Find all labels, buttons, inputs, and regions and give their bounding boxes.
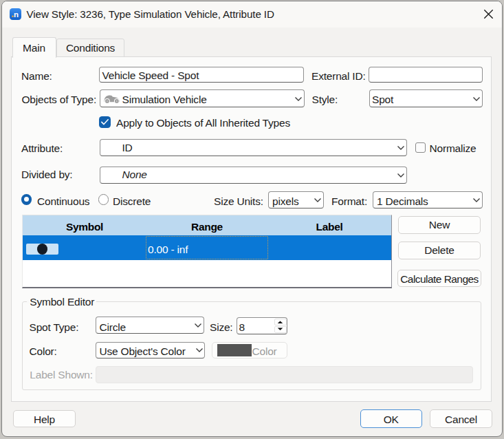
svg-text:n: n	[14, 10, 19, 19]
